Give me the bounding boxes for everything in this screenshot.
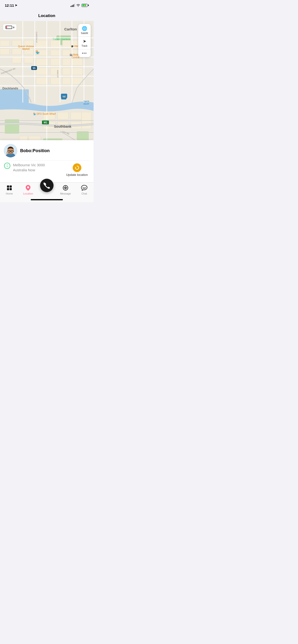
status-bar: 12:11 ➤ ⚡	[0, 0, 94, 10]
svg-rect-16	[36, 58, 48, 66]
battery-warn-tip	[14, 26, 14, 28]
wifi-icon	[76, 4, 80, 7]
svg-rect-19	[72, 58, 83, 66]
svg-rect-38	[71, 112, 82, 119]
svg-rect-12	[50, 50, 60, 56]
map-label-southbank: Southbank	[54, 124, 71, 128]
svg-point-83	[83, 187, 83, 188]
location-tab-icon	[25, 184, 32, 191]
satellite-icon: 🌐	[82, 26, 87, 31]
map-label-king: KING ST	[57, 70, 59, 78]
more-icon: •••	[82, 51, 87, 55]
home-indicator	[31, 199, 63, 200]
map-battery-warning	[3, 24, 17, 31]
page-title: Location	[38, 14, 55, 18]
tab-chat-label: Chat	[81, 192, 87, 195]
svg-rect-26	[62, 78, 71, 84]
tab-call[interactable]	[37, 182, 56, 192]
location-text: Melbourne Vic 3000Australia Now	[13, 162, 62, 172]
map-label-curzon: CURZON ST	[36, 32, 38, 43]
satellite-button[interactable]: 🌐 Satellit	[78, 24, 91, 37]
svg-point-73	[7, 165, 8, 166]
track-icon: ➤	[83, 38, 86, 44]
status-icons: ⚡	[71, 4, 89, 7]
map-shield-m1: M1	[42, 120, 49, 124]
tab-message[interactable]: Message	[56, 184, 75, 195]
svg-rect-23	[72, 68, 83, 75]
svg-rect-10	[62, 40, 71, 48]
battery-icon: ⚡	[82, 4, 89, 7]
location-address: Melbourne Vic 3000Australia Now	[13, 162, 62, 172]
svg-rect-33	[12, 57, 22, 63]
svg-rect-27	[72, 78, 83, 84]
svg-rect-75	[7, 186, 9, 188]
svg-rect-22	[62, 68, 71, 75]
svg-rect-24	[36, 78, 48, 84]
status-time: 12:11 ➤	[5, 3, 17, 8]
track-button[interactable]: ➤ Track	[78, 37, 91, 49]
signal-bars	[71, 4, 75, 7]
map-label-docklands: Docklands	[3, 86, 18, 90]
card-location-row: Melbourne Vic 3000Australia Now Update l…	[4, 160, 90, 180]
svg-rect-9	[50, 40, 60, 48]
avatar	[4, 144, 17, 158]
tab-home-label: Home	[6, 192, 13, 195]
map-label-dfo: 🏪 DFO South Wharf	[33, 112, 56, 115]
svg-rect-20	[36, 68, 48, 75]
svg-rect-18	[62, 58, 71, 66]
card-header: Bobo:Position	[4, 144, 90, 158]
bottom-card: Bobo:Position Melbourne Vic 3000Australi…	[0, 140, 94, 182]
svg-rect-17	[50, 58, 60, 66]
time-text: 12:11	[5, 3, 14, 8]
battery-warn-body	[6, 26, 12, 29]
svg-marker-74	[75, 167, 76, 168]
home-icon	[6, 184, 13, 191]
message-icon	[62, 184, 69, 191]
card-name: Bobo:Position	[20, 148, 50, 153]
tab-location-label: Location	[23, 192, 33, 195]
page-title-bar: Location	[0, 10, 94, 21]
svg-rect-78	[10, 188, 12, 190]
svg-rect-30	[24, 57, 34, 63]
svg-rect-25	[50, 78, 60, 84]
chat-icon	[81, 184, 88, 191]
svg-rect-34	[0, 40, 10, 46]
map-label-yarra: Yarra River	[83, 99, 94, 106]
map-shield-55: 55	[31, 66, 37, 70]
svg-point-85	[85, 187, 86, 188]
svg-rect-6	[5, 119, 19, 134]
svg-rect-77	[7, 188, 9, 190]
svg-rect-76	[10, 186, 12, 188]
svg-point-79	[27, 186, 29, 188]
track-label: Track	[82, 44, 88, 47]
svg-rect-35	[0, 49, 10, 54]
update-location-button[interactable]: Update location	[64, 162, 90, 178]
tab-chat[interactable]: Chat	[75, 184, 94, 195]
location-icon	[4, 162, 11, 169]
update-label: Update location	[66, 173, 88, 176]
map-icon-transit: 🚌	[61, 94, 67, 98]
svg-point-84	[84, 187, 85, 188]
svg-point-82	[65, 187, 66, 188]
map-icon-qvm: 🏪	[36, 50, 40, 54]
tab-location[interactable]: Location	[19, 184, 37, 195]
map-overlay-buttons: 🌐 Satellit ➤ Track •••	[78, 24, 91, 57]
tab-home[interactable]: Home	[0, 184, 19, 195]
tab-message-label: Message	[60, 192, 71, 195]
map-label-carlton: Carlton	[64, 27, 77, 31]
battery-warn-fill	[6, 26, 7, 28]
map-label-carlton-gardens: Carlton Gardens	[53, 38, 70, 40]
update-icon	[73, 164, 81, 172]
map-label-qvm: Queen VictoriaMarket	[18, 45, 34, 50]
more-button[interactable]: •••	[78, 49, 91, 57]
svg-rect-8	[36, 40, 48, 48]
satellite-label: Satellit	[81, 32, 88, 34]
svg-rect-37	[58, 112, 68, 119]
location-arrow-icon: ➤	[15, 4, 17, 7]
map-container[interactable]: 🚌 Carlton Carlton Gardens Queen Victoria…	[0, 21, 94, 155]
call-button[interactable]	[40, 179, 54, 192]
